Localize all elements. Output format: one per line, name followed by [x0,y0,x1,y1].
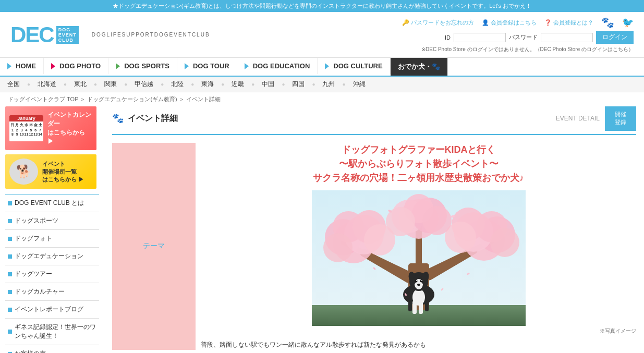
svg-point-13 [323,233,353,262]
dog-education-arrow-icon [245,63,249,69]
sidebar-item-dog-education[interactable]: ドッグエデュケーション [5,248,99,265]
register-btn-line2: 登録 [615,118,626,126]
sidebar-item-dog-culture[interactable]: ドッグカルチャー [5,283,99,301]
password-label: パスワード [509,33,538,41]
breadcrumb: ドッグイベントクラブ TOP ＞ ドッグエデュケーション(ギム教育) ＞ イベン… [0,92,644,106]
register-button[interactable]: 開催 登録 [605,106,636,131]
sidebar-item-guinness[interactable]: ギネス記録認定！世界一のワンちゃん誕生！ [5,319,99,345]
venue-dog-icon: 🐕 [9,159,38,185]
region-item-東北: 東北 [67,77,94,92]
region-link-近畿[interactable]: 近畿 [224,77,251,92]
header: DEC DOGEVENTCLUB DOGLIFESUPPORTDOGEVENTC… [0,12,644,58]
cal-mini-body: 日月火水木金土 1234567 891011121314 [9,121,43,137]
region-link-中国[interactable]: 中国 [254,77,282,92]
register-link[interactable]: 👤 会員登録はこちら [482,19,537,27]
register-btn-line1: 開催 [615,111,626,118]
region-item-北陸: 北陸 [164,77,191,92]
svg-point-38 [417,284,420,286]
nav-link-dog-sports[interactable]: DOG SPORTS [108,58,177,74]
sidebar-item-dog-sports[interactable]: ドッグスポーツ [5,212,99,230]
key-icon: 🔑 [402,19,409,26]
nav-item-dog-education: DOG EDUCATION [237,58,318,76]
nav-dog-photo-label: DOG PHOTO [59,62,101,70]
header-note: ※DEC Photo Store のログインではありません。（DEC Photo… [421,46,634,53]
svg-rect-42 [425,300,429,311]
paw-icon: 🐾 [112,113,124,124]
sidebar-square-icon [8,237,12,241]
nav-link-dog-photo[interactable]: DOG PHOTO [44,58,108,74]
calendar-text: イベントカレンダー はこちらから ▶ [47,111,92,146]
sidebar-square-icon [8,290,12,294]
region-link-四国[interactable]: 四国 [285,77,312,92]
event-desc-text: 普段、路面しない駅でもワン一緒に散んなアル散歩すれば新たな発見があるかも [201,341,426,348]
dog-photo-arrow-icon [51,63,55,69]
region-item-九州: 九州 [315,77,342,92]
nav-link-dog-education[interactable]: DOG EDUCATION [237,58,318,74]
region-link-北海道[interactable]: 北海道 [30,77,64,92]
login-button[interactable]: ログイン [596,31,634,44]
id-input[interactable] [454,33,506,42]
person-icon: 👤 [482,19,489,26]
sidebar-item-label: ギネス記録認定！世界一のワンちゃん誕生！ [15,323,96,340]
region-link-全国[interactable]: 全国 [0,77,27,92]
logo-area: DEC DOGEVENTCLUB DOGLIFESUPPORTDOGEVENTC… [10,22,210,47]
sidebar-square-icon [8,308,12,312]
main-layout: January 日月火水木金土 1234567 891011121314 イベン… [0,106,644,353]
dog-tour-arrow-icon [185,63,189,69]
logo-dec: DEC [10,22,54,47]
dog-culture-arrow-icon [325,63,329,69]
nav-link-home[interactable]: HOME [0,58,44,74]
region-link-九州[interactable]: 九州 [315,77,342,92]
region-item-沖縄: 沖縄 [346,77,373,92]
svg-point-37 [421,280,422,281]
svg-point-35 [420,279,422,282]
logo-box: DEC DOGEVENTCLUB [10,22,79,47]
register-info-link[interactable]: ❓ 会員登録とは？ [544,19,593,27]
sidebar-item-dog-tour[interactable]: ドッグツアー [5,265,99,283]
region-link-東北[interactable]: 東北 [67,77,94,92]
sidebar-square-icon [8,201,12,205]
logo-tagline: DOGLIFESUPPORTDOGEVENTCLUB [92,32,210,38]
password-input[interactable] [541,33,593,42]
region-link-東海[interactable]: 東海 [194,77,221,92]
event-title-text: ドッグフォトグラファーKIDAと行く 〜駅からぶらりフォト散歩イベント〜 サクラ… [201,143,636,185]
sidebar-calendar-banner[interactable]: January 日月火水木金土 1234567 891011121314 イベン… [5,106,96,150]
sidebar-square-icon [8,330,12,334]
event-detail-label: EVENT DETAIL [556,115,600,122]
nav-dog-education-label: DOG EDUCATION [253,62,310,70]
event-photo-svg [312,190,526,326]
dog-sports-arrow-icon [116,63,120,69]
home-arrow-icon [7,63,11,69]
sidebar-item-dec-club[interactable]: DOG EVENT CLUB とは [5,194,99,212]
nav-link-odekaken[interactable]: おでか犬・🐾 [391,58,448,76]
sidebar-square-icon [8,272,12,276]
sidebar: January 日月火水木金土 1234567 891011121314 イベン… [0,106,104,353]
sidebar-square-icon [8,219,12,223]
nav-item-dog-sports: DOG SPORTS [108,58,177,76]
nav-item-dog-photo: DOG PHOTO [44,58,108,76]
region-link-沖縄[interactable]: 沖縄 [346,77,373,92]
nav-item-home: HOME [0,58,44,76]
event-description: 普段、路面しない駅でもワン一緒に散んなアル散歩すれば新たな発見があるかも [201,340,636,350]
nav-item-odekaken: おでか犬・🐾 [391,58,448,76]
question-icon: ❓ [544,19,552,26]
password-link[interactable]: 🔑 パスワードをお忘れの方 [402,19,474,27]
region-item-関東: 関東 [97,77,124,92]
sidebar-item-event-report[interactable]: イベントレポートブログ [5,301,99,319]
event-detail-title: 🐾 イベント詳細 [112,113,178,124]
sidebar-item-dog-photo[interactable]: ドッグフォト [5,230,99,248]
sidebar-item-customer-voice[interactable]: お客様の声 [5,345,99,353]
top-banner: ★ドッグエデュケーション(ギム教育)とは、しつけ方法や問題行動などを専門のインス… [0,0,644,12]
sidebar-item-label: ドッグカルチャー [15,287,65,296]
event-content: テーマ ドッグフォトグラファーKIDAと行く 〜駅からぶらりフォト散歩イベント〜… [112,143,636,350]
nav-link-dog-culture[interactable]: DOG CULTURE [318,58,390,74]
region-link-関東[interactable]: 関東 [97,77,124,92]
sidebar-item-label: ドッグツアー [15,270,52,278]
region-item-近畿: 近畿 [224,77,251,92]
svg-point-36 [416,280,417,281]
nav-link-dog-tour[interactable]: DOG TOUR [177,58,237,74]
sidebar-venue-banner[interactable]: 🐕 イベント 開催場所一覧 はこちらから ▶ [5,154,96,189]
nav-item-dog-tour: DOG TOUR [177,58,237,76]
region-link-北陸[interactable]: 北陸 [164,77,191,92]
region-link-甲信越[interactable]: 甲信越 [127,77,161,92]
